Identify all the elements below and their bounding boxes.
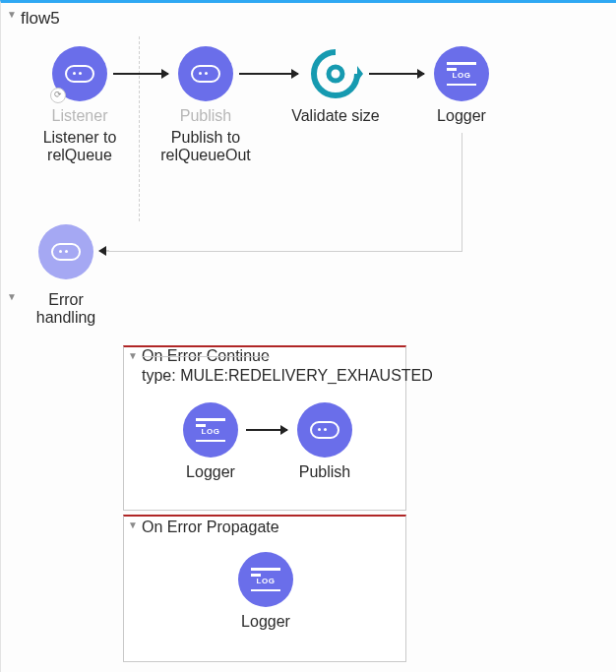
queue-icon [65,65,94,83]
validate-label: Validate size [291,107,380,125]
oep-logger-node[interactable]: LOG [238,552,293,607]
listener-label: Listener to relQueue [21,129,139,164]
logger-label: Logger [437,107,486,125]
on-error-continue-title: On Error Continue [142,347,270,365]
error-handling-title: Error handling [17,291,115,327]
log-icon: LOG [196,418,225,442]
on-error-propagate-toggle[interactable]: ▼ [128,520,138,530]
publish-type-label: Publish [180,107,231,125]
error-handling-connector[interactable] [38,224,93,279]
flow-name: flow5 [21,9,60,29]
arrow-oec-logger-to-publish [246,429,287,431]
return-path-h [109,251,462,252]
oec-logger-node[interactable]: LOG [183,402,238,458]
validate-icon [308,46,363,101]
listener-node[interactable]: ⟳ [52,46,107,101]
on-error-propagate-box[interactable]: ▼ On Error Propagate LOG Logger [123,515,406,662]
return-path-v [462,133,462,251]
oec-logger-label: Logger [186,463,235,481]
arrow-validate-to-logger [369,73,424,75]
arrow-publish-to-validate [239,73,298,75]
queue-icon [191,65,220,83]
on-error-continue-type: type: MULE:REDELIVERY_EXHAUSTED [142,367,433,385]
log-icon: LOG [447,62,476,86]
queue-icon [51,243,81,261]
log-icon: LOG [251,568,280,591]
oec-publish-label: Publish [299,463,350,481]
oep-logger-label: Logger [241,613,290,631]
on-error-continue-box[interactable]: ▼ On Error Continue type: MULE:REDELIVER… [123,345,406,511]
flow-collapse-toggle[interactable]: ▼ [7,10,17,20]
error-handling-toggle[interactable]: ▼ [7,292,17,302]
source-divider [139,36,140,221]
svg-marker-0 [357,66,363,82]
flow-canvas: ▼ flow5 ⟳ Listener Listener to relQueue … [0,0,616,672]
oec-publish-node[interactable] [297,402,352,458]
svg-point-1 [329,67,342,81]
publish-label: Publish to relQueueOut [152,129,260,164]
logger-node[interactable]: LOG [434,46,489,101]
validate-size-node[interactable] [308,46,363,101]
on-error-continue-toggle[interactable]: ▼ [128,351,138,361]
refresh-badge-icon: ⟳ [50,88,66,103]
arrow-listener-to-publish [113,73,168,75]
return-path-arrowhead [99,250,109,252]
publish-node[interactable] [178,46,233,101]
on-error-propagate-title: On Error Propagate [142,519,279,536]
queue-icon [310,421,339,439]
listener-type-label: Listener [52,107,108,125]
